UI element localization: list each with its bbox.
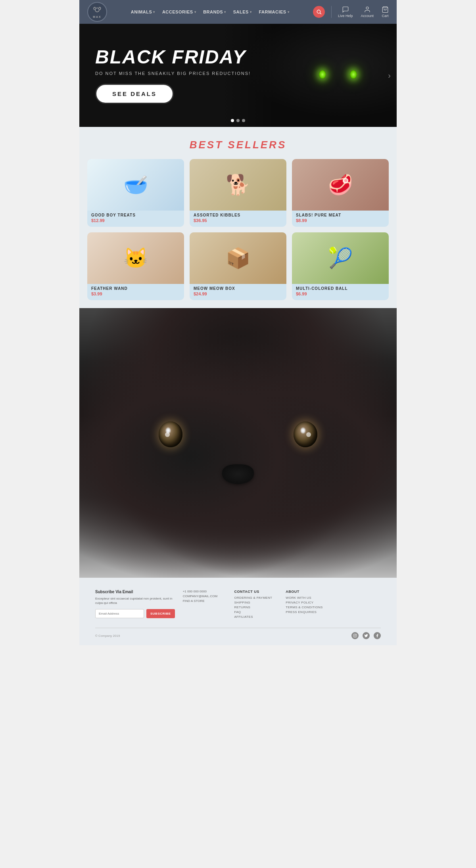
copyright-text: © Company 2019	[95, 634, 120, 638]
email-input[interactable]	[95, 609, 144, 618]
dog-eye-left	[159, 422, 182, 447]
product-image-2: 🐕	[190, 159, 286, 211]
footer-subscribe-section: Subscribe via Email Excepteur sint occae…	[95, 590, 175, 620]
chevron-icon: ▾	[250, 10, 252, 14]
footer-bottom: © Company 2019	[95, 628, 381, 639]
chevron-icon: ▾	[224, 10, 226, 14]
footer-contact-col: +1 000 000 0000 COMPANY@MAIL.COM FIND A …	[183, 590, 226, 620]
product-card-3[interactable]: 🥩 SLABS! PURE MEAT $8.99	[292, 159, 389, 227]
product-price-1: $12.99	[87, 218, 184, 223]
nav-sales[interactable]: SALES ▾	[233, 10, 252, 14]
product-name-3: SLABS! PURE MEAT	[292, 211, 389, 218]
product-card-4[interactable]: 🐱 FEATHER WAND $3.99	[87, 232, 184, 300]
products-grid: 🥣 GOOD BOY TREATS $12.99 🐕 ASSORTED KIBB…	[87, 159, 389, 300]
see-deals-button[interactable]: SEE DEALS	[95, 84, 174, 104]
chevron-icon: ▾	[194, 10, 196, 14]
product-price-4: $3.99	[87, 291, 184, 296]
nav-farmacies[interactable]: FARMACIES ▾	[259, 10, 289, 14]
live-help-button[interactable]: Live Help	[338, 6, 353, 18]
footer: Subscribe via Email Excepteur sint occae…	[79, 578, 397, 645]
subscribe-description: Excepteur sint occaecat cupidatat non pr…	[95, 596, 175, 605]
hero-content: Black Friday DO NOT MISS THE SNEAKILY BI…	[95, 47, 251, 104]
footer-link-affiliates[interactable]: AFFILIATES	[234, 615, 278, 619]
find-store[interactable]: FIND A STORE	[183, 599, 226, 603]
hero-banner: Black Friday DO NOT MISS THE SNEAKILY BI…	[79, 24, 397, 127]
best-sellers-section: Best Sellers 🥣 GOOD BOY TREATS $12.99 🐕 …	[79, 127, 397, 308]
subscribe-title: Subscribe via Email	[95, 590, 175, 594]
nav-accesories[interactable]: ACCESORIES ▾	[162, 10, 196, 14]
footer-link-press[interactable]: PRESS ENQUIRIES	[286, 610, 329, 614]
cat-eye-left	[319, 70, 326, 79]
footer-link-ordering[interactable]: ORDERING & PAYMENT	[234, 596, 278, 600]
social-links	[351, 632, 381, 639]
footer-link-terms[interactable]: TERMS & CONDITIONS	[286, 605, 329, 609]
product-price-6: $6.99	[292, 291, 389, 296]
dog-nose	[222, 464, 254, 484]
chevron-icon: ▾	[288, 10, 290, 14]
search-button[interactable]	[313, 6, 325, 18]
contact-email: COMPANY@MAIL.COM	[183, 594, 226, 598]
footer-link-shipping[interactable]: SHIPPING	[234, 601, 278, 604]
facebook-icon[interactable]	[374, 632, 381, 639]
hero-dot-2[interactable]	[236, 119, 240, 122]
product-card-5[interactable]: 📦 MEOW MEOW BOX $24.99	[190, 232, 286, 300]
product-card-6[interactable]: 🎾 MULTI-COLORED BALL $6.99	[292, 232, 389, 300]
header-divider	[331, 6, 332, 18]
footer-link-faq[interactable]: FAQ	[234, 610, 278, 614]
dog-eye-right	[294, 422, 317, 447]
product-name-1: GOOD BOY TREATS	[87, 211, 184, 218]
svg-point-6	[354, 635, 356, 636]
twitter-icon[interactable]	[363, 632, 370, 639]
best-sellers-title: Best Sellers	[87, 139, 389, 151]
footer-customer-service-col: CONTACT US ORDERING & PAYMENT SHIPPING R…	[234, 590, 278, 620]
email-signup-row: SUBSCRIBE	[95, 609, 175, 618]
product-name-4: FEATHER WAND	[87, 284, 184, 291]
main-nav: ANIMALS ▾ ACCESORIES ▾ BRANDS ▾ SALES ▾ …	[131, 10, 289, 14]
cat-eye-right	[350, 70, 357, 79]
footer-about-col: ABOUT WORK WITH US PRIVACY POLICY TERMS …	[286, 590, 329, 620]
nav-animals[interactable]: ANIMALS ▾	[131, 10, 155, 14]
dog-highlight-left	[165, 432, 170, 437]
cart-button[interactable]: Cart	[382, 6, 389, 18]
product-image-5: 📦	[190, 232, 286, 284]
product-image-3: 🥩	[292, 159, 389, 211]
dog-section	[79, 308, 397, 578]
product-price-5: $24.99	[190, 291, 286, 296]
footer-col-title-1: CONTACT US	[234, 590, 278, 594]
hero-dot-1[interactable]	[231, 119, 234, 122]
svg-point-3	[366, 7, 369, 9]
account-button[interactable]: Account	[361, 6, 374, 18]
nav-brands[interactable]: BRANDS ▾	[203, 10, 226, 14]
hero-dot-3[interactable]	[242, 119, 245, 122]
product-name-5: MEOW MEOW BOX	[190, 284, 286, 291]
footer-top: Subscribe via Email Excepteur sint occae…	[95, 590, 381, 620]
cat-eyes-decoration	[319, 70, 357, 79]
product-name-2: ASSORTED KIBBLES	[190, 211, 286, 218]
svg-rect-5	[353, 634, 357, 637]
hero-dots	[231, 119, 245, 122]
product-card-1[interactable]: 🥣 GOOD BOY TREATS $12.99	[87, 159, 184, 227]
subscribe-button[interactable]: SUBSCRIBE	[146, 609, 175, 618]
footer-col-title-2: ABOUT	[286, 590, 329, 594]
hero-title: Black Friday	[95, 47, 251, 68]
product-image-1: 🥣	[87, 159, 184, 211]
product-price-2: $36.95	[190, 218, 286, 223]
site-logo[interactable]: MAX	[87, 2, 107, 22]
footer-link-work[interactable]: WORK WITH US	[286, 596, 329, 600]
chevron-icon: ▾	[153, 10, 155, 14]
product-image-4: 🐱	[87, 232, 184, 284]
product-price-3: $8.99	[292, 218, 389, 223]
hero-next-button[interactable]: ›	[388, 71, 391, 80]
hero-subtitle: DO NOT MISS THE SNEAKILY BIG PRICES REDU…	[95, 71, 251, 76]
header-actions: Live Help Account Cart	[313, 6, 389, 18]
product-name-6: MULTI-COLORED BALL	[292, 284, 389, 291]
instagram-icon[interactable]	[351, 632, 359, 639]
product-image-6: 🎾	[292, 232, 389, 284]
svg-point-7	[356, 634, 356, 635]
dog-face-image	[79, 308, 397, 578]
svg-line-2	[320, 13, 321, 14]
footer-link-privacy[interactable]: PRIVACY POLICY	[286, 601, 329, 604]
svg-point-1	[317, 10, 320, 13]
footer-link-returns[interactable]: RETURNS	[234, 605, 278, 609]
product-card-2[interactable]: 🐕 ASSORTED KIBBLES $36.95	[190, 159, 286, 227]
